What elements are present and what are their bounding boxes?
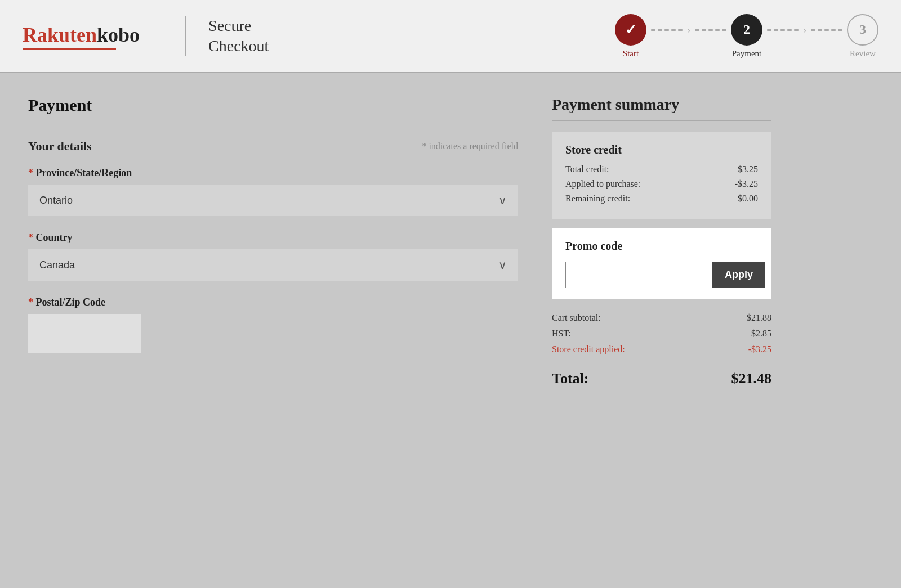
postal-label: * Postal/Zip Code <box>28 297 518 308</box>
logo-underline <box>23 48 116 50</box>
total-value: $21.48 <box>731 370 772 387</box>
dot <box>818 29 822 31</box>
dot <box>722 29 726 31</box>
dot <box>708 29 713 31</box>
cart-subtotal-row: Cart subtotal: $21.88 <box>552 313 771 323</box>
country-asterisk: * <box>28 232 33 243</box>
step-payment-circle: 2 <box>731 14 762 46</box>
province-select[interactable]: Ontario British Columbia Alberta Quebec <box>28 185 518 216</box>
secure-checkout-line2: Checkout <box>208 36 269 56</box>
step-start-circle: ✓ <box>615 14 646 46</box>
dot <box>774 29 778 31</box>
applied-value: -$3.25 <box>735 179 758 189</box>
dot <box>702 29 706 31</box>
province-field-group: * Province/State/Region Ontario British … <box>28 167 518 216</box>
your-details-title: Your details <box>28 139 92 154</box>
dot <box>831 29 836 31</box>
promo-code-input[interactable] <box>565 262 712 288</box>
total-credit-label: Total credit: <box>565 164 609 174</box>
postal-field-group: * Postal/Zip Code <box>28 297 518 353</box>
cart-subtotal-label: Cart subtotal: <box>552 313 601 323</box>
province-select-wrapper[interactable]: Ontario British Columbia Alberta Quebec … <box>28 185 518 216</box>
postal-asterisk: * <box>28 297 33 308</box>
step-payment: 2 Payment <box>731 14 762 59</box>
summary-title: Payment summary <box>552 96 771 114</box>
dot <box>824 29 829 31</box>
store-credit-title: Store credit <box>565 143 758 156</box>
store-credit-applied-label: Store credit applied: <box>552 344 625 354</box>
required-note: * indicates a required field <box>422 141 518 151</box>
store-credit-applied-value: -$3.25 <box>748 344 771 354</box>
section-divider <box>28 122 518 122</box>
your-details-header: Your details * indicates a required fiel… <box>28 139 518 154</box>
step-start: ✓ Start <box>615 14 646 59</box>
step-review-label: Review <box>850 49 876 59</box>
main-content: Payment Your details * indicates a requi… <box>0 73 901 410</box>
applied-row: Applied to purchase: -$3.25 <box>565 179 758 189</box>
step-review: 3 Review <box>847 14 878 59</box>
store-credit-box: Store credit Total credit: $3.25 Applied… <box>552 132 771 219</box>
secure-checkout: Secure Checkout <box>208 16 269 57</box>
hst-label: HST: <box>552 329 571 339</box>
dot <box>767 29 771 31</box>
country-select-wrapper[interactable]: Canada United States United Kingdom ∨ <box>28 249 518 281</box>
payment-title: Payment <box>28 96 518 115</box>
arrow-1: › <box>685 24 693 36</box>
logo-area: Rakutenkobo <box>23 23 140 50</box>
dot <box>678 29 683 31</box>
province-label: * Province/State/Region <box>28 167 518 179</box>
country-field-group: * Country Canada United States United Ki… <box>28 232 518 281</box>
country-label: * Country <box>28 232 518 244</box>
hst-row: HST: $2.85 <box>552 329 771 339</box>
dot <box>715 29 720 31</box>
cart-subtotal-value: $21.88 <box>747 313 771 323</box>
country-select[interactable]: Canada United States United Kingdom <box>28 249 518 281</box>
dot <box>838 29 842 31</box>
total-label: Total: <box>552 370 589 387</box>
secure-checkout-line1: Secure <box>208 16 269 36</box>
dot <box>811 29 815 31</box>
promo-input-row: Apply <box>565 262 758 288</box>
header: Rakutenkobo Secure Checkout ✓ Start › <box>0 0 901 73</box>
province-asterisk: * <box>28 167 33 178</box>
remaining-value: $0.00 <box>738 194 758 204</box>
remaining-label: Remaining credit: <box>565 194 630 204</box>
total-row: Total: $21.48 <box>552 363 771 387</box>
dot <box>651 29 655 31</box>
step-start-label: Start <box>623 49 639 59</box>
left-panel: Payment Your details * indicates a requi… <box>28 96 518 387</box>
logo: Rakutenkobo <box>23 23 140 47</box>
dots-2: › <box>767 24 842 48</box>
logo-kobo: kobo <box>97 24 140 46</box>
arrow-2: › <box>801 24 809 36</box>
dots-1: › <box>651 24 726 48</box>
summary-divider <box>552 120 771 121</box>
remaining-row: Remaining credit: $0.00 <box>565 194 758 204</box>
step-payment-label: Payment <box>732 49 762 59</box>
dot <box>787 29 792 31</box>
postal-input[interactable] <box>28 314 141 353</box>
applied-label: Applied to purchase: <box>565 179 640 189</box>
logo-rakuten: Rakuten <box>23 24 97 46</box>
total-credit-row: Total credit: $3.25 <box>565 164 758 174</box>
apply-button[interactable]: Apply <box>712 262 765 288</box>
dot <box>658 29 662 31</box>
total-credit-value: $3.25 <box>738 164 758 174</box>
bottom-divider <box>28 376 518 376</box>
hst-value: $2.85 <box>751 329 771 339</box>
dot <box>664 29 669 31</box>
promo-box: Promo code Apply <box>552 228 771 299</box>
right-panel: Payment summary Store credit Total credi… <box>552 96 771 387</box>
header-divider <box>185 16 186 56</box>
store-credit-applied-row: Store credit applied: -$3.25 <box>552 344 771 354</box>
promo-title: Promo code <box>565 240 758 253</box>
dot <box>780 29 785 31</box>
step-review-circle: 3 <box>847 14 878 46</box>
dot <box>794 29 799 31</box>
checkout-steps: ✓ Start › 2 Payment › <box>615 14 878 59</box>
dot <box>671 29 676 31</box>
dot <box>695 29 699 31</box>
